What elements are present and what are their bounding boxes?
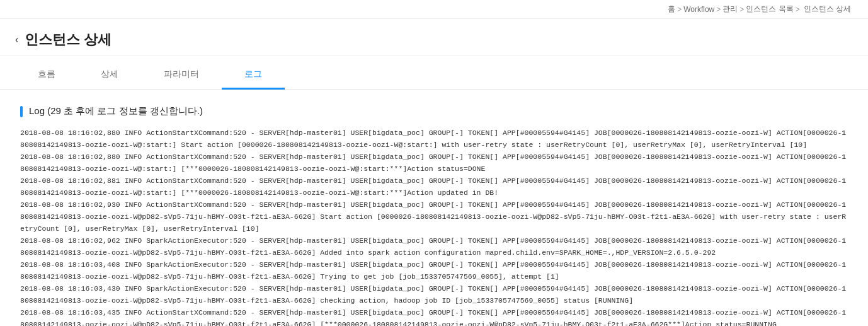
breadcrumb-current: 인스턴스 상세 [804,4,851,15]
tab-bar: 흐름 상세 파라미터 로그 [0,61,868,90]
breadcrumb: 홈 > Workflow > 관리 > 인스턴스 목록 > 인스턴스 상세 [0,0,868,19]
log-bar-icon [20,106,23,117]
breadcrumb-instance-list[interactable]: 인스턴스 목록 [746,4,793,15]
tab-params[interactable]: 파라미터 [141,61,222,90]
tab-log[interactable]: 로그 [222,61,285,90]
breadcrumb-sep1: > [677,5,682,14]
breadcrumb-sep3: > [740,5,744,14]
breadcrumb-sep2: > [716,5,721,14]
page-title: 인스턴스 상세 [25,30,111,49]
tab-flow[interactable]: 흐름 [15,61,78,90]
breadcrumb-workflow[interactable]: Workflow [683,5,714,14]
breadcrumb-home[interactable]: 홈 [668,4,675,15]
content-area: Log (29 초 후에 로그 정보를 갱신합니다.) 2018-08-08 1… [0,90,868,326]
log-title: Log (29 초 후에 로그 정보를 갱신합니다.) [29,105,203,117]
tab-detail[interactable]: 상세 [78,61,141,90]
log-body: 2018-08-08 18:16:02,880 INFO ActionStart… [20,127,848,326]
back-icon[interactable]: ‹ [15,34,18,45]
breadcrumb-sep4: > [796,5,800,14]
page-header: ‹ 인스턴스 상세 [0,19,868,56]
breadcrumb-manage[interactable]: 관리 [722,4,738,15]
log-header: Log (29 초 후에 로그 정보를 갱신합니다.) [20,105,848,117]
